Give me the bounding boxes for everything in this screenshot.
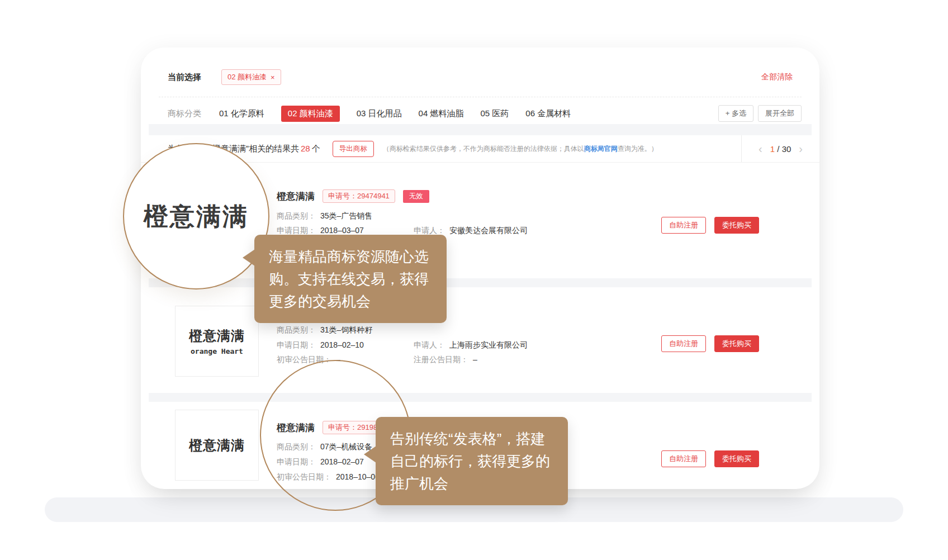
results-header: 为您检索到“橙意满满”相关的结果共28个 导出商标 （商标检索结果仅供参考，不作… [141,135,819,163]
application-number-tag: 申请号：29474941 [323,189,395,203]
field-label: 申请日期： [277,226,316,235]
clear-all-button[interactable]: 全部清除 [761,72,793,82]
magnified-mark-text: 橙意满满 [144,200,249,233]
page: 当前选择 02 颜料油漆 × 全部清除 商标分类 01 化学原料 02 颜料油漆… [0,0,948,560]
category-item-05[interactable]: 05 医药 [480,108,509,119]
entrust-purchase-button[interactable]: 委托购买 [714,217,759,234]
dashed-divider [159,97,802,97]
callout-tooltip-1: 海量精品商标资源随心选 购。支持在线交易，获得 更多的交易机会 [254,235,447,323]
tag-close-icon[interactable]: × [271,73,275,82]
pagination: ‹ 1 / 30 › [741,135,819,162]
status-badge-invalid: 无效 [403,190,429,203]
category-item-06[interactable]: 06 金属材料 [525,108,571,119]
prev-page-icon[interactable]: ‹ [759,143,762,154]
self-register-button[interactable]: 自助注册 [661,335,706,352]
trademark-thumbnail[interactable]: 橙意满满 orange Heart [175,306,259,377]
thumbnail-text: 橙意满满 [189,436,245,454]
category-item-01[interactable]: 01 化学原料 [219,108,264,119]
page-separator: / [777,144,779,154]
category-row: 商标分类 01 化学原料 02 颜料油漆 03 日化用品 04 燃料油脂 05 … [168,105,802,122]
self-register-button[interactable]: 自助注册 [661,450,706,467]
field-label: 商品类别： [277,325,316,334]
result-row-2: 橙意满满 orange Heart 橙意满满 申请号：29482153 已注册 … [141,287,819,393]
selected-filter-tag-label: 02 颜料油漆 [227,72,267,82]
current-selection-row: 当前选择 02 颜料油漆 × 全部清除 [168,69,793,86]
self-register-button[interactable]: 自助注册 [661,217,706,234]
trademark-office-link[interactable]: 商标局官网 [584,145,618,153]
disclaimer-text: （商标检索结果仅供参考，不作为商标能否注册的法律依据；具体以商标局官网查询为准。… [383,144,658,154]
multi-select-button[interactable]: + 多选 [718,105,753,122]
category-row-label: 商标分类 [168,108,201,119]
category-item-03[interactable]: 03 日化用品 [357,108,402,119]
field-value: – [473,355,477,364]
summary-suffix: 个 [312,144,320,153]
field-label: 申请人： [414,226,445,235]
current-page: 1 [770,144,775,154]
thumbnail-subtext: orange Heart [191,347,243,355]
mark-name: 橙意满满 [277,190,315,203]
trademark-thumbnail[interactable]: 橙意满满 [175,410,259,481]
current-selection-label: 当前选择 [168,72,201,83]
next-page-icon[interactable]: › [799,143,803,154]
entrust-purchase-button[interactable]: 委托购买 [714,450,759,467]
field-value: 31类–饲料种籽 [320,325,372,334]
category-item-02-active[interactable]: 02 颜料油漆 [281,106,340,122]
field-value: 安徽美达会展有限公司 [449,226,528,235]
section-gap [149,124,812,135]
magnifier-circle-1: 橙意满满 [123,143,269,290]
field-value: 2018–02–10 [320,340,364,349]
row-gap [149,393,812,402]
expand-all-button[interactable]: 展开全部 [758,105,802,122]
disclaimer-post: 查询为准。） [618,145,658,153]
callout-tooltip-2: 告别传统“发表格”，搭建 自己的标行，获得更多的 推广机会 [376,417,568,505]
field-label: 商品类别： [277,211,316,220]
total-pages: 30 [782,144,791,154]
results-count: 28 [301,144,310,153]
field-value: 2018–03–07 [320,226,364,235]
field-label: 申请人： [414,340,445,349]
category-item-04[interactable]: 04 燃料油脂 [419,108,464,119]
field-value: 35类–广告销售 [320,211,372,220]
thumbnail-text: 橙意满满 [189,327,245,345]
selected-filter-tag[interactable]: 02 颜料油漆 × [221,69,281,85]
field-label: 申请日期： [277,340,316,349]
page-indicator: 1 / 30 [770,144,791,154]
field-value: 上海雨步实业有限公司 [449,340,528,349]
entrust-purchase-button[interactable]: 委托购买 [714,335,759,352]
disclaimer-pre: （商标检索结果仅供参考，不作为商标能否注册的法律依据；具体以 [383,145,584,153]
export-trademarks-button[interactable]: 导出商标 [333,141,374,157]
row-gap [149,278,812,287]
field-label: 注册公告日期： [414,355,468,364]
